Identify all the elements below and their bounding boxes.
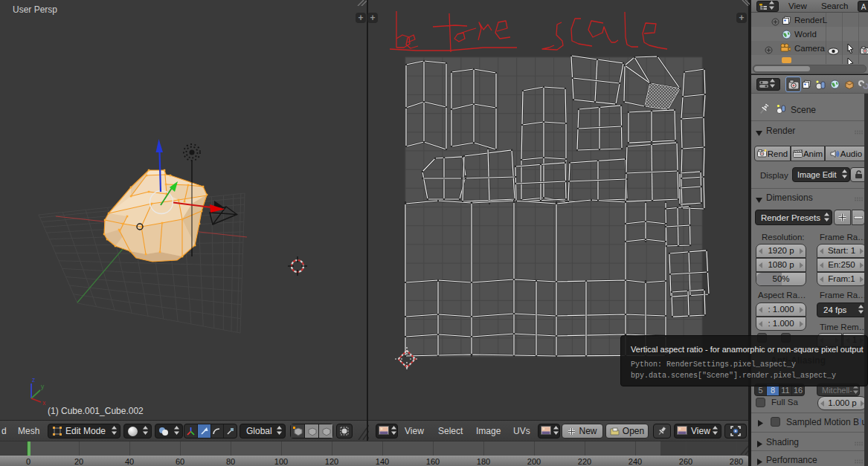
svg-text:y: y: [41, 383, 45, 390]
svg-text:x: x: [42, 399, 46, 407]
svg-text:z: z: [32, 376, 35, 384]
